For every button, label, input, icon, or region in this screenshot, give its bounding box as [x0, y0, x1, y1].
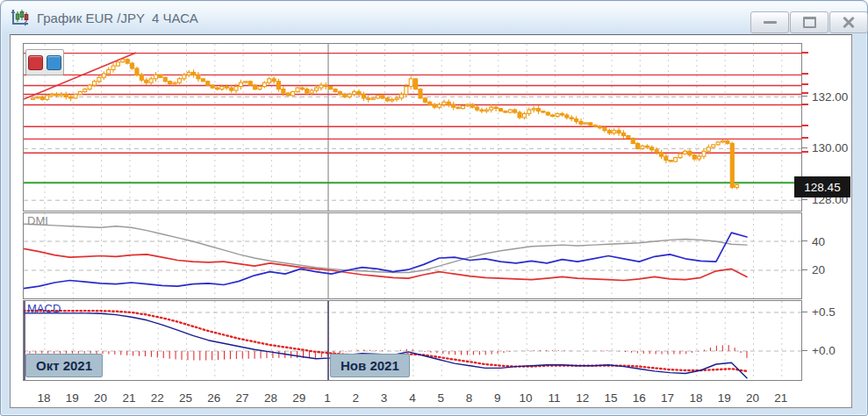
chart-mini-toolbar: [25, 49, 64, 75]
dmi-pane-label: DMI: [27, 214, 48, 227]
x-axis-label: 3: [369, 391, 399, 405]
x-axis-label: 19: [709, 391, 739, 405]
dmi-axis-label: 20: [812, 263, 825, 276]
window-title: График EUR /JPY 4 ЧАСА: [37, 11, 198, 25]
red-level-tick: [801, 73, 808, 75]
x-axis-label: 8: [455, 391, 484, 405]
red-level-tick: [801, 83, 808, 85]
dmi-axis-label: 40: [812, 235, 825, 248]
red-level-tick: [801, 151, 808, 153]
axis-tick: [801, 269, 807, 270]
axis-tick: [801, 199, 807, 200]
x-axis-label: 20: [738, 391, 768, 405]
axis-tick: [801, 350, 807, 351]
month-label-nov: Нов 2021: [330, 354, 410, 377]
price-axis-label: 132.00: [812, 90, 848, 104]
x-axis-label: 11: [539, 391, 569, 405]
chart-icon: [10, 7, 31, 28]
x-axis-label: 19: [57, 391, 87, 405]
x-axis-label: 10: [511, 391, 541, 405]
red-level-tick: [801, 104, 808, 105]
macd-chart-svg: [24, 301, 801, 380]
x-axis-label: 18: [681, 391, 711, 405]
x-axis-label: 29: [284, 391, 314, 405]
price-chart-svg: [24, 44, 801, 211]
chart-client-area: DMI MACD Окт 2021 Нов 2021 132.00 130.00…: [10, 34, 852, 408]
x-axis-label: 21: [114, 391, 144, 405]
axis-tick: [801, 240, 807, 241]
x-axis-label: 2: [341, 391, 370, 405]
x-axis-label: 4: [398, 391, 427, 405]
x-axis-label: 25: [171, 391, 201, 405]
x-axis-label: 18: [29, 391, 59, 405]
x-axis-label: 21: [766, 391, 796, 405]
red-level-tick: [801, 137, 808, 139]
red-level-tick: [801, 52, 808, 54]
x-axis-label: 16: [624, 391, 654, 405]
title-bar[interactable]: График EUR /JPY 4 ЧАСА: [2, 2, 866, 33]
red-level-tick: [801, 92, 808, 94]
x-axis-label: 27: [227, 391, 257, 405]
macd-axis-label: +0.5: [812, 305, 836, 319]
axis-tick: [801, 96, 807, 97]
sell-marker-button[interactable]: [28, 55, 43, 70]
x-axis-label: 5: [426, 391, 456, 405]
red-level-tick: [801, 125, 808, 126]
x-axis-label: 22: [142, 391, 172, 405]
price-axis-label: 130.00: [812, 141, 848, 154]
axis-tick: [801, 312, 807, 312]
x-axis-label: 15: [596, 391, 626, 405]
macd-pane-label: MACD: [27, 302, 61, 315]
dmi-indicator-pane[interactable]: DMI: [23, 212, 802, 299]
x-axis-label: 20: [86, 391, 116, 405]
axis-tick: [801, 147, 807, 148]
x-axis-label: 17: [653, 391, 683, 405]
dmi-chart-svg: [24, 213, 801, 298]
minimize-button[interactable]: [750, 11, 789, 33]
x-axis-label: 1: [312, 391, 342, 405]
minimize-icon: [764, 21, 777, 24]
close-icon: [842, 17, 856, 29]
macd-indicator-pane[interactable]: MACD Окт 2021 Нов 2021: [23, 300, 802, 381]
x-axis-label: 28: [255, 391, 285, 405]
x-axis-label: 12: [568, 391, 598, 405]
restore-icon: [803, 17, 816, 28]
month-label-oct: Окт 2021: [25, 354, 103, 377]
restore-button[interactable]: [790, 11, 829, 33]
chart-window: График EUR /JPY 4 ЧАСА DMI MACD Окт 2021…: [0, 0, 868, 416]
buy-marker-button[interactable]: [47, 55, 61, 70]
x-axis-label: 9: [483, 391, 513, 405]
price-chart-pane[interactable]: [23, 43, 802, 212]
x-axis-label: 26: [199, 391, 229, 405]
current-price-badge: 128.45: [794, 176, 850, 197]
macd-axis-label: +0.0: [812, 344, 836, 357]
close-button[interactable]: [829, 11, 868, 33]
